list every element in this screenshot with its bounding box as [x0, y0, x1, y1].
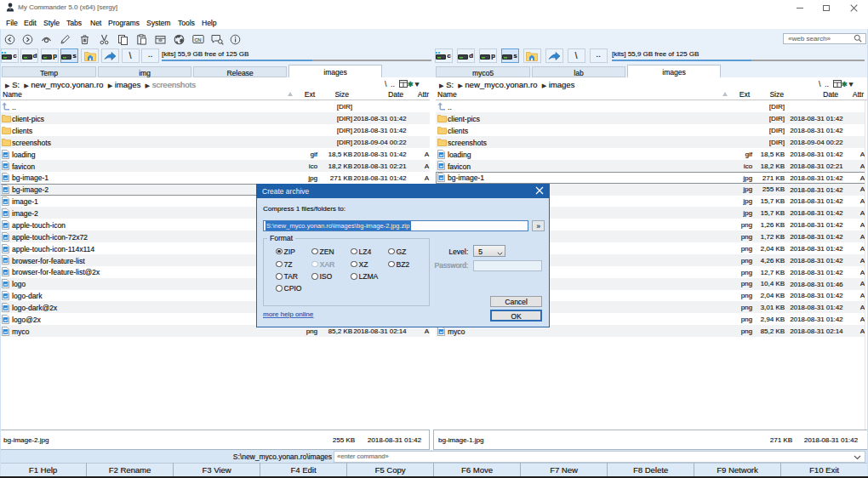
svg-text:CN: CN — [194, 37, 201, 43]
